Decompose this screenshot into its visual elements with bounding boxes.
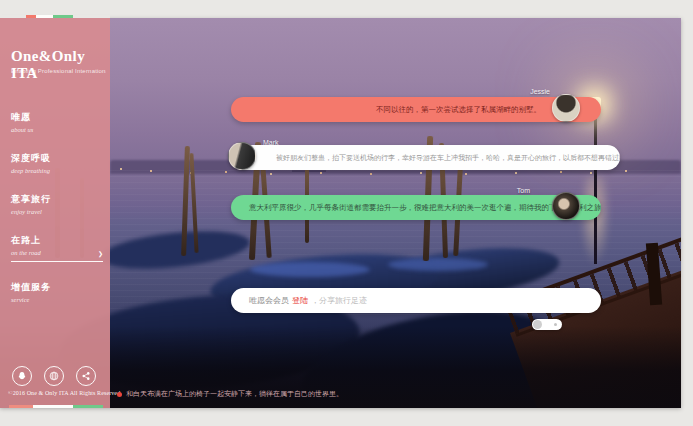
gondola-cover — [388, 258, 488, 271]
member-login-bar[interactable]: 唯愿会会员登陆，分享旅行足迹 — [231, 288, 601, 313]
globe-icon[interactable] — [44, 366, 64, 386]
photo-caption: 和白天布满在广场上的椅子一起安静下来，徜徉在属于自己的世界里。 — [117, 389, 343, 399]
arrow-right-icon: ❯ — [98, 250, 103, 257]
share-icon[interactable] — [76, 366, 96, 386]
sidebar-item-deep-breathing[interactable]: 深度呼吸 deep breathing — [11, 152, 103, 174]
nav-label-zh: 在路上 — [11, 234, 103, 247]
sidebar-nav: 唯愿 about us 深度呼吸 deep breathing 意享旅行 enj… — [11, 111, 103, 322]
sidebar-item-enjoy-travel[interactable]: 意享旅行 enjoy travel — [11, 193, 103, 215]
avatar — [228, 142, 256, 170]
nav-label-zh: 增值服务 — [11, 281, 103, 294]
nav-label-zh: 深度呼吸 — [11, 152, 103, 165]
tricolor-bottom-strip — [0, 405, 110, 408]
chat-message: 意大利平原很少，几乎每条街道都需要抬升一步，很难把意大利的美一次逛个遍，期待我的… — [231, 195, 601, 220]
sidebar-item-on-the-road[interactable]: 在路上 on the road ❯ — [11, 234, 103, 262]
gondola-cover — [250, 262, 370, 277]
street-lamp-pole — [594, 102, 597, 264]
sidebar-item-service[interactable]: 增值服务 service — [11, 281, 103, 303]
avatar — [552, 192, 580, 220]
mini-slider[interactable] — [532, 319, 562, 330]
nav-label-zh: 意享旅行 — [11, 193, 103, 206]
nav-label-en: service — [11, 296, 103, 303]
login-link[interactable]: 登陆 — [292, 296, 308, 305]
chat-username: Jessie — [490, 88, 550, 95]
nav-label-en: deep breathing — [11, 167, 103, 174]
caption-text: 和白天布满在广场上的椅子一起安静下来，徜徉在属于自己的世界里。 — [126, 389, 343, 399]
chat-message: 被好朋友们整蛊，抬下要送机场的行李，幸好导游在车上冲我招手，哈哈，真是开心的旅行… — [231, 145, 620, 170]
qq-icon[interactable] — [12, 366, 32, 386]
red-dot-icon — [117, 392, 122, 397]
sidebar-item-about-us[interactable]: 唯愿 about us — [11, 111, 103, 133]
nav-label-en: on the road — [11, 249, 103, 256]
social-links — [12, 366, 96, 386]
logo-tagline: Enabling Professional International Trip… — [11, 68, 106, 74]
logo: One&Only ITA — [11, 48, 110, 82]
nav-label-zh: 唯愿 — [11, 111, 103, 124]
nav-label-en: enjoy travel — [11, 208, 103, 215]
nav-label-en: about us — [11, 126, 103, 133]
page: One&Only ITA Enabling Professional Inter… — [0, 0, 693, 426]
login-prefix: 唯愿会会员 — [249, 296, 289, 305]
chat-message: 不同以往的，第一次尝试选择了私属湖畔的别墅。 — [231, 97, 601, 122]
copyright: ©2016 One & Only ITA All Rights Reserved… — [8, 390, 122, 396]
tricolor-top-strip — [0, 15, 110, 18]
chat-username: Tom — [470, 187, 530, 194]
sidebar: One&Only ITA Enabling Professional Inter… — [0, 18, 110, 408]
avatar — [552, 94, 580, 122]
login-suffix: ，分享旅行足迹 — [311, 296, 367, 305]
